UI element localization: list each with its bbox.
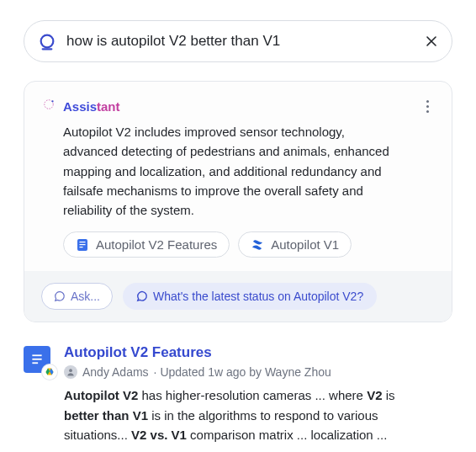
result-body: Autopilot V2 Features Andy Adams · Updat… (64, 344, 417, 444)
assistant-footer: Ask... What's the latest status on Autop… (24, 271, 452, 322)
suggested-question-chip[interactable]: What's the latest status on Autopilot V2… (123, 283, 377, 310)
svg-point-0 (41, 35, 54, 48)
assistant-more-menu-icon[interactable] (420, 100, 435, 113)
svg-rect-9 (32, 359, 41, 360)
svg-rect-10 (32, 363, 38, 364)
reference-chip-confluence[interactable]: Autopilot V1 (238, 231, 352, 258)
assistant-title: Assistant (63, 99, 120, 114)
svg-point-11 (69, 370, 72, 373)
reference-chip-label: Autopilot V1 (271, 237, 339, 252)
assistant-answer-text: Autopilot V2 includes improved sensor te… (41, 122, 403, 220)
svg-point-3 (51, 100, 53, 102)
search-input[interactable] (66, 33, 415, 50)
clear-search-icon[interactable] (425, 35, 438, 48)
assistant-header: Assistant (41, 97, 435, 115)
result-meta-rest: · Updated 1w ago by Wayne Zhou (154, 365, 331, 379)
author-avatar-icon (64, 365, 77, 379)
reference-chip-doc[interactable]: Autopilot V2 Features (63, 231, 230, 258)
glean-logo-icon (38, 32, 56, 51)
result-source-icon (24, 346, 52, 375)
google-drive-badge-icon (42, 364, 57, 380)
assistant-card: Assistant Autopilot V2 includes improved… (24, 81, 452, 322)
ask-button[interactable]: Ask... (41, 283, 113, 310)
ask-button-label: Ask... (71, 290, 100, 303)
suggested-question-label: What's the latest status on Autopilot V2… (153, 290, 363, 303)
svg-rect-1 (42, 48, 53, 50)
search-bar (24, 20, 452, 62)
search-result: Autopilot V2 Features Andy Adams · Updat… (24, 344, 452, 444)
result-author: Andy Adams (82, 365, 149, 379)
assistant-sparkle-icon (41, 97, 56, 115)
result-meta: Andy Adams · Updated 1w ago by Wayne Zho… (64, 365, 417, 379)
reference-chip-label: Autopilot V2 Features (96, 237, 217, 252)
result-title-link[interactable]: Autopilot V2 Features (64, 344, 212, 360)
assistant-reference-chips: Autopilot V2 Features Autopilot V1 (41, 231, 435, 258)
svg-rect-8 (32, 355, 41, 357)
svg-rect-5 (80, 242, 86, 242)
result-snippet: Autopilot V2 has higher-resolution camer… (64, 386, 417, 444)
svg-rect-7 (80, 247, 83, 247)
svg-rect-6 (80, 244, 86, 245)
